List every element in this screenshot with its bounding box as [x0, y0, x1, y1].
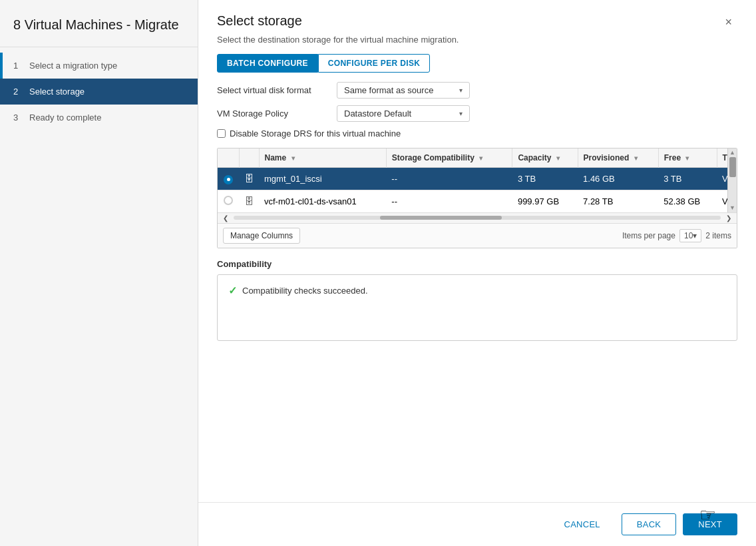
- storage-policy-select[interactable]: Datastore Default ▾: [337, 105, 470, 122]
- col-free[interactable]: Free ▾: [658, 148, 717, 168]
- provisioned-filter-icon[interactable]: ▾: [634, 154, 638, 162]
- cancel-button[interactable]: CANCEL: [550, 513, 615, 535]
- row1-icon: 🗄: [239, 168, 259, 190]
- compatibility-box: ✓ Compatibility checks succeeded.: [217, 274, 737, 341]
- sidebar-title: 8 Virtual Machines - Migrate: [0, 0, 198, 47]
- free-filter-icon[interactable]: ▾: [685, 154, 689, 162]
- radio-selected[interactable]: [224, 175, 233, 184]
- step-3-label: Ready to complete: [29, 113, 101, 123]
- main-subtitle: Select the destination storage for the v…: [198, 31, 756, 54]
- row1-name: mgmt_01_iscsi: [259, 168, 386, 190]
- row1-compat: --: [386, 168, 512, 190]
- check-success-icon: ✓: [228, 284, 237, 297]
- step-1-number: 1: [13, 61, 24, 71]
- disk-format-row: Select virtual disk format Same format a…: [217, 82, 737, 99]
- row2-capacity: 999.97 GB: [512, 190, 578, 212]
- close-button[interactable]: ×: [719, 13, 737, 31]
- disable-drs-row: Disable Storage DRS for this virtual mac…: [198, 129, 756, 138]
- row1-radio[interactable]: [218, 168, 239, 190]
- step-3-number: 3: [13, 113, 24, 123]
- col-capacity[interactable]: Capacity ▾: [512, 148, 578, 168]
- items-per-page-label: Items per page: [622, 231, 675, 240]
- tab-bar: BATCH CONFIGURE CONFIGURE PER DISK: [198, 54, 756, 73]
- sidebar-step-2[interactable]: 2 Select storage: [0, 79, 198, 105]
- row2-compat: --: [386, 190, 512, 212]
- disk-format-dropdown-icon: ▾: [459, 87, 463, 94]
- row2-name: vcf-m01-cl01-ds-vsan01: [259, 190, 386, 212]
- row2-free: 52.38 GB: [658, 190, 717, 212]
- disk-format-label: Select virtual disk format: [217, 85, 337, 95]
- main-content: Select storage × Select the destination …: [198, 0, 756, 546]
- scroll-up-btn[interactable]: ▲: [729, 150, 735, 156]
- compat-filter-icon[interactable]: ▾: [479, 154, 482, 162]
- per-page-select[interactable]: 10 ▾: [679, 229, 701, 242]
- table-row[interactable]: 🗄 vcf-m01-cl01-ds-vsan01 -- 999.97 GB 7.…: [218, 190, 737, 212]
- tab-batch-configure[interactable]: BATCH CONFIGURE: [217, 54, 318, 73]
- row2-radio[interactable]: [218, 190, 239, 212]
- step-2-number: 2: [13, 87, 24, 97]
- next-button[interactable]: NEXT: [683, 513, 737, 535]
- disable-drs-label[interactable]: Disable Storage DRS for this virtual mac…: [230, 129, 401, 138]
- row1-capacity: 3 TB: [512, 168, 578, 190]
- compatibility-message: Compatibility checks succeeded.: [242, 286, 368, 296]
- per-page-value: 10: [684, 231, 693, 240]
- disable-drs-checkbox[interactable]: [217, 129, 226, 138]
- back-button[interactable]: BACK: [622, 513, 676, 535]
- horiz-scroll-thumb[interactable]: [380, 216, 502, 220]
- dialog-footer: CANCEL BACK NEXT: [198, 502, 756, 546]
- horiz-scroll-track: [234, 216, 721, 220]
- sidebar-steps: 1 Select a migration type 2 Select stora…: [0, 47, 198, 131]
- scroll-left-btn[interactable]: ❮: [220, 214, 231, 222]
- radio-unselected[interactable]: [224, 196, 233, 205]
- form-section: Select virtual disk format Same format a…: [198, 82, 756, 129]
- scroll-down-btn[interactable]: ▼: [729, 205, 735, 211]
- row2-provisioned: 7.28 TB: [578, 190, 658, 212]
- storage-table: Name ▾ Storage Compatibility ▾ Capacity …: [217, 148, 737, 248]
- row2-icon: 🗄: [239, 190, 259, 212]
- scrollbar-thumb[interactable]: [729, 157, 736, 177]
- datastore-icon: 🗄: [244, 196, 254, 206]
- tab-configure-per-disk[interactable]: CONFIGURE PER DISK: [318, 54, 431, 73]
- compatibility-title: Compatibility: [217, 259, 737, 269]
- pagination: Items per page 10 ▾ 2 items: [622, 229, 731, 242]
- step-2-label: Select storage: [29, 87, 85, 97]
- name-filter-icon[interactable]: ▾: [291, 154, 295, 162]
- dialog: 8 Virtual Machines - Migrate 1 Select a …: [0, 0, 756, 546]
- storage-policy-row: VM Storage Policy Datastore Default ▾: [217, 105, 737, 122]
- step-1-label: Select a migration type: [29, 61, 117, 71]
- table-header-row: Name ▾ Storage Compatibility ▾ Capacity …: [218, 148, 737, 168]
- compatibility-section: Compatibility ✓ Compatibility checks suc…: [198, 248, 756, 341]
- capacity-filter-icon[interactable]: ▾: [556, 154, 560, 162]
- storage-policy-value: Datastore Default: [344, 109, 411, 119]
- per-page-dropdown-icon: ▾: [693, 231, 697, 240]
- horizontal-scrollbar: ❮ ❯: [218, 212, 737, 223]
- manage-columns-button[interactable]: Manage Columns: [223, 228, 300, 244]
- sidebar: 8 Virtual Machines - Migrate 1 Select a …: [0, 0, 198, 546]
- table-footer: Manage Columns Items per page 10 ▾ 2 ite…: [218, 223, 737, 248]
- compatibility-success: ✓ Compatibility checks succeeded.: [228, 284, 726, 297]
- sidebar-step-1[interactable]: 1 Select a migration type: [0, 53, 198, 79]
- col-icon: [239, 148, 259, 168]
- col-radio: [218, 148, 239, 168]
- main-title: Select storage: [217, 13, 302, 29]
- col-name[interactable]: Name ▾: [259, 148, 386, 168]
- scroll-right-btn[interactable]: ❯: [723, 214, 734, 222]
- storage-policy-label: VM Storage Policy: [217, 109, 337, 119]
- col-storage-compat[interactable]: Storage Compatibility ▾: [386, 148, 512, 168]
- row1-provisioned: 1.46 GB: [578, 168, 658, 190]
- main-header: Select storage ×: [198, 0, 756, 31]
- total-items: 2 items: [705, 231, 731, 240]
- row1-free: 3 TB: [658, 168, 717, 190]
- storage-data-table: Name ▾ Storage Compatibility ▾ Capacity …: [218, 148, 737, 212]
- col-provisioned[interactable]: Provisioned ▾: [578, 148, 658, 168]
- storage-policy-dropdown-icon: ▾: [459, 110, 463, 117]
- sidebar-step-3[interactable]: 3 Ready to complete: [0, 105, 198, 131]
- disk-format-value: Same format as source: [344, 85, 433, 95]
- datastore-icon: 🗄: [244, 173, 254, 184]
- disk-format-select[interactable]: Same format as source ▾: [337, 82, 470, 99]
- table-row[interactable]: 🗄 mgmt_01_iscsi -- 3 TB 1.46 GB 3 TB V: [218, 168, 737, 190]
